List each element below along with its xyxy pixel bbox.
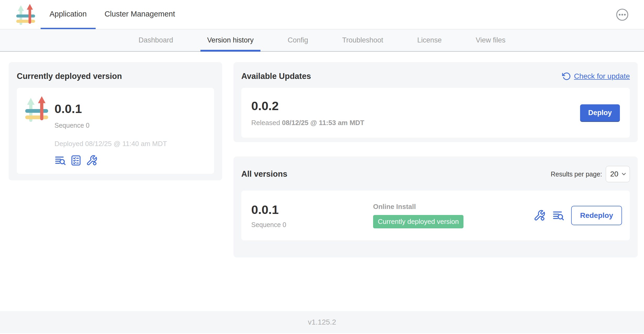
results-per-page-value: 20	[610, 170, 618, 178]
top-navigation: Application Cluster Management	[0, 0, 644, 29]
available-updates-title: Available Updates	[241, 72, 311, 81]
all-versions-title: All versions	[241, 169, 287, 179]
check-for-update-label: Check for update	[574, 72, 630, 80]
available-update-row: 0.0.2 Released 08/12/25 @ 11:53 am MDT D…	[241, 88, 630, 138]
app-logo	[14, 0, 37, 29]
version-row: 0.0.1 Sequence 0 Online Install Currentl…	[241, 191, 630, 240]
deployed-version-actions	[54, 155, 167, 166]
version-history-page: Currently deployed version 0.0.1 Sequenc…	[0, 52, 644, 311]
footer: v1.125.2	[0, 311, 644, 333]
app-logo-icon	[25, 95, 49, 124]
view-diff-icon[interactable]	[54, 155, 66, 166]
subnav-label-license: License	[417, 36, 442, 44]
subnav-item-config[interactable]: Config	[288, 29, 308, 51]
chevron-down-icon	[621, 171, 627, 177]
subnav-label-dashboard: Dashboard	[139, 36, 173, 44]
results-per-page-label: Results per page:	[551, 170, 602, 178]
subnav-item-version-history[interactable]: Version history	[207, 29, 254, 51]
deploy-button[interactable]: Deploy	[580, 104, 620, 121]
released-label: Released	[251, 119, 280, 127]
subnav-label-troubleshoot: Troubleshoot	[342, 36, 383, 44]
tab-cluster-management[interactable]: Cluster Management	[96, 0, 184, 29]
deployed-card-title: Currently deployed version	[17, 72, 214, 81]
edit-config-icon[interactable]	[86, 155, 97, 166]
results-per-page-select[interactable]: 20	[606, 166, 630, 182]
row-version-number: 0.0.1	[251, 202, 373, 217]
row-install-type: Online Install	[373, 203, 533, 211]
row-sequence: Sequence 0	[251, 221, 373, 229]
check-for-update-link[interactable]: Check for update	[562, 72, 630, 81]
overflow-menu-button[interactable]	[616, 8, 629, 21]
subnav-label-config: Config	[288, 36, 308, 44]
tab-application-label: Application	[50, 10, 87, 18]
subnav-item-license[interactable]: License	[417, 29, 442, 51]
view-diff-icon[interactable]	[552, 209, 564, 222]
update-version-number: 0.0.2	[251, 99, 364, 113]
deployed-version-number: 0.0.1	[54, 101, 167, 116]
deployed-version-panel: 0.0.1 Sequence 0 Deployed 08/12/25 @ 11:…	[17, 88, 214, 174]
app-logo-icon	[14, 3, 37, 27]
app-logo	[25, 95, 49, 167]
console-version: v1.125.2	[308, 318, 336, 326]
top-tabs: Application Cluster Management	[41, 0, 184, 29]
update-released-line: Released 08/12/25 @ 11:53 am MDT	[251, 119, 364, 127]
released-timestamp: 08/12/25 @ 11:53 am MDT	[282, 119, 364, 127]
edit-config-icon[interactable]	[533, 209, 545, 222]
redeploy-button[interactable]: Redeploy	[571, 206, 622, 225]
tab-application[interactable]: Application	[41, 0, 96, 29]
deployed-timestamp: Deployed 08/12/25 @ 11:40 am MDT	[54, 140, 167, 148]
deployed-sequence: Sequence 0	[54, 122, 167, 129]
subnav-item-troubleshoot[interactable]: Troubleshoot	[342, 29, 383, 51]
subnav-label-view-files: View files	[476, 36, 506, 44]
tab-cluster-management-label: Cluster Management	[105, 10, 175, 18]
all-versions-card: All versions Results per page: 20 0.0.1 …	[233, 157, 638, 257]
app-sub-navigation: Dashboard Version history Config Trouble…	[0, 29, 644, 52]
currently-deployed-card: Currently deployed version 0.0.1 Sequenc…	[9, 62, 222, 180]
row-actions: Redeploy	[533, 206, 622, 225]
subnav-item-dashboard[interactable]: Dashboard	[139, 29, 173, 51]
available-updates-card: Available Updates Check for update 0.0.2	[233, 62, 638, 142]
results-per-page: Results per page: 20	[551, 166, 630, 182]
refresh-icon	[562, 72, 571, 81]
subnav-item-view-files[interactable]: View files	[476, 29, 506, 51]
currently-deployed-badge: Currently deployed version	[373, 215, 463, 228]
preflight-checks-icon[interactable]	[70, 155, 82, 166]
subnav-label-version-history: Version history	[207, 36, 254, 44]
ellipsis-circle-icon	[616, 8, 629, 21]
